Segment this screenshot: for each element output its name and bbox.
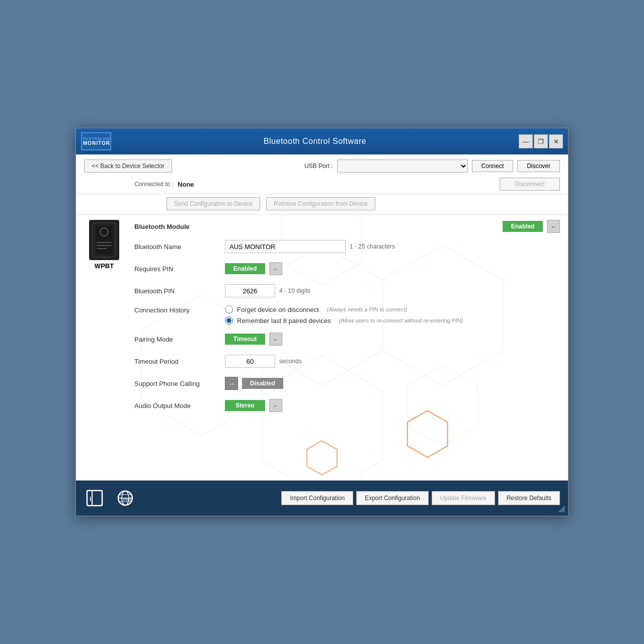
bluetooth-pin-input[interactable] [225,284,275,297]
restore-defaults-button[interactable]: Restore Defaults [498,491,560,505]
support-phone-row: Support Phone Calling → Disabled [134,376,560,391]
svg-rect-16 [97,248,107,249]
discover-button[interactable]: Discover [517,160,560,172]
requires-pin-arrow[interactable]: ← [269,262,282,275]
support-phone-arrow[interactable]: → [225,377,238,390]
pairing-mode-row: Pairing Mode Timeout ← [134,332,560,347]
usb-label: USB Port : [304,163,333,170]
footer-icons: i www [84,487,136,509]
pairing-mode-control: Timeout ← [225,333,560,346]
app-title: Bluetooth Control Software [264,137,366,146]
web-icon-button[interactable]: www [114,487,136,509]
bluetooth-name-control: 1 - 25 characters [225,240,560,253]
send-config-button[interactable]: Send Configuration to Device [167,197,260,210]
timeout-period-label: Timeout Period [134,358,225,365]
hex-spacer [76,420,568,480]
bluetooth-name-input[interactable] [225,240,346,253]
footer: i www Import Configuration [76,480,568,516]
audio-output-arrow[interactable]: ← [269,399,282,412]
pairing-mode-button[interactable]: Timeout [225,334,265,345]
radio-forget[interactable] [225,305,233,313]
module-enabled-row: Enabled ← [503,220,560,233]
main-content: WPBT Bluetooth Module Enabled ← Blueto [76,215,568,480]
svg-text:i: i [90,496,91,503]
module-enabled-button[interactable]: Enabled [503,221,543,232]
requires-pin-label: Requires PIN [134,265,225,273]
support-phone-control: → Disabled [225,377,560,390]
resize-corner [558,505,565,514]
import-config-button[interactable]: Import Configuration [281,491,353,505]
footer-buttons: Import Configuration Export Configuratio… [281,491,560,505]
svg-rect-14 [97,242,112,243]
radio2-hint: (Allow users to re-connect without re-en… [339,317,462,324]
connection-history-control: Forget device on disconnect (Always need… [225,305,560,325]
toolbar-row1: << Back to Device Selector USB Port : Co… [76,154,568,176]
timeout-period-control: seconds [225,355,560,368]
radio-remember[interactable] [225,316,233,325]
maximize-button[interactable]: ❐ [534,134,548,148]
logo-box: M AUSTRALIAN MONITOR [81,132,111,150]
minimize-button[interactable]: — [519,134,533,148]
radio1-label: Forget device on disconnect [237,306,319,313]
timeout-period-unit: seconds [279,358,302,365]
retrieve-config-button[interactable]: Retrieve Configuration from Device [266,197,375,210]
manual-icon-button[interactable]: i [84,487,106,509]
svg-rect-15 [97,245,112,246]
bluetooth-pin-hint: 4 - 10 digits [279,287,310,294]
svg-text:www: www [122,497,132,502]
window-body: << Back to Device Selector USB Port : Co… [76,154,568,516]
window-controls: — ❐ ✕ [519,134,563,148]
requires-pin-button[interactable]: Enabled [225,263,265,274]
bluetooth-pin-control: 4 - 10 digits [225,284,560,297]
support-phone-button[interactable]: Disabled [242,378,283,389]
usb-port-select[interactable] [337,159,468,173]
logo-text: AUSTRALIAN MONITOR [83,137,110,146]
main-window: M AUSTRALIAN MONITOR Bluetooth Control S… [75,128,569,516]
disconnect-button[interactable]: Disconnect [500,178,560,191]
connection-history-row: Connection History Forget device on disc… [134,305,560,325]
close-button[interactable]: ✕ [549,134,563,148]
export-config-button[interactable]: Export Configuration [356,491,428,505]
bluetooth-name-label: Bluetooth Name [134,243,225,251]
bluetooth-name-row: Bluetooth Name 1 - 25 characters [134,239,560,254]
connected-value: None [178,181,194,188]
form-area: Bluetooth Module Enabled ← Bluetooth Nam… [124,220,560,420]
timeout-period-input[interactable] [225,355,275,368]
bluetooth-name-hint: 1 - 25 characters [350,243,395,250]
usb-row: USB Port : Connect Discover [304,159,560,173]
bluetooth-pin-row: Bluetooth PIN 4 - 10 digits [134,283,560,298]
audio-output-label: Audio Output Mode [134,402,225,410]
section-header: Bluetooth Module Enabled ← [134,220,560,233]
config-toolbar: Send Configuration to Device Retrieve Co… [76,194,568,215]
update-firmware-button[interactable]: Update Firmware [432,491,495,505]
connect-button[interactable]: Connect [472,160,514,172]
radio-group: Forget device on disconnect (Always need… [225,305,463,325]
module-arrow-button[interactable]: ← [547,220,560,233]
connection-history-label: Connection History [134,305,225,314]
radio-row-1: Forget device on disconnect (Always need… [225,305,463,313]
device-image [89,220,119,260]
audio-output-row: Audio Output Mode Stereo ← [134,398,560,413]
requires-pin-control: Enabled ← [225,262,560,275]
requires-pin-row: Requires PIN Enabled ← [134,261,560,276]
audio-output-control: Stereo ← [225,399,560,412]
back-button[interactable]: << Back to Device Selector [84,159,172,173]
support-phone-label: Support Phone Calling [134,380,225,387]
pairing-mode-arrow[interactable]: ← [269,333,282,346]
device-image-area: WPBT [84,220,124,420]
connected-label: Connected to : [134,181,174,188]
radio-row-2: Remember last 8 paired devices (Allow us… [225,316,463,325]
svg-rect-12 [96,226,113,254]
connected-row: Connected to : None Disconnect [76,176,568,194]
radio1-hint: (Always needs a PIN to connect) [327,306,408,312]
device-name: WPBT [95,262,114,270]
audio-output-button[interactable]: Stereo [225,400,265,411]
title-bar: M AUSTRALIAN MONITOR Bluetooth Control S… [76,128,568,154]
connected-info: Connected to : None [134,181,194,188]
logo-area: M AUSTRALIAN MONITOR [81,132,111,150]
device-and-form: WPBT Bluetooth Module Enabled ← Blueto [76,215,568,420]
svg-line-28 [563,510,565,512]
svg-line-27 [561,508,565,512]
pairing-mode-label: Pairing Mode [134,336,225,343]
radio2-label: Remember last 8 paired devices [237,317,331,325]
